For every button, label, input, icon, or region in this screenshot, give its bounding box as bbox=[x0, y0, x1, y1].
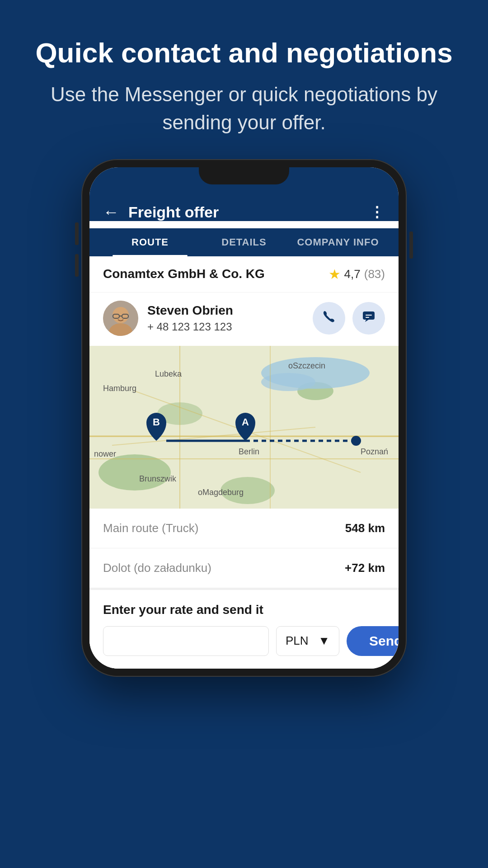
svg-text:Brunszwik: Brunszwik bbox=[139, 474, 177, 483]
phone-outer-shell: ← Freight offer ⋮ ROUTE DETAILS COMPANY … bbox=[81, 159, 407, 677]
more-options-button[interactable]: ⋮ bbox=[370, 203, 385, 221]
chat-button[interactable] bbox=[352, 302, 385, 335]
svg-point-24 bbox=[351, 436, 361, 446]
contact-actions bbox=[313, 302, 385, 335]
rate-title: Enter your rate and send it bbox=[103, 603, 385, 617]
rate-section: Enter your rate and send it PLN ▼ Send bbox=[89, 588, 399, 669]
currency-dropdown-icon: ▼ bbox=[318, 634, 330, 648]
star-icon: ★ bbox=[328, 266, 341, 282]
app-header: ← Freight offer ⋮ bbox=[89, 194, 399, 221]
tab-route[interactable]: ROUTE bbox=[103, 228, 197, 256]
svg-text:Berlin: Berlin bbox=[239, 447, 259, 456]
svg-text:nower: nower bbox=[94, 449, 116, 458]
message-icon bbox=[361, 309, 376, 327]
status-bar bbox=[89, 167, 399, 194]
back-button[interactable]: ← bbox=[103, 204, 119, 220]
rate-input[interactable] bbox=[103, 626, 269, 656]
tab-details[interactable]: DETAILS bbox=[197, 228, 291, 256]
contact-info-left: Steven Obrien + 48 123 123 123 bbox=[103, 301, 233, 336]
svg-text:Poznań: Poznań bbox=[361, 447, 388, 456]
phone-screen: ← Freight offer ⋮ ROUTE DETAILS COMPANY … bbox=[89, 167, 399, 669]
route-main-label: Main route (Truck) bbox=[103, 521, 198, 535]
company-bar: Conamtex GmbH & Co. KG ★ 4,7 (83) bbox=[89, 256, 399, 292]
svg-point-15 bbox=[261, 373, 315, 391]
content-area: Conamtex GmbH & Co. KG ★ 4,7 (83) bbox=[89, 256, 399, 669]
avatar bbox=[103, 301, 138, 336]
tab-bar: ROUTE DETAILS COMPANY INFO bbox=[89, 228, 399, 256]
svg-text:Hamburg: Hamburg bbox=[103, 384, 136, 393]
send-button[interactable]: Send bbox=[347, 626, 399, 656]
currency-select[interactable]: PLN ▼ bbox=[276, 626, 339, 656]
route-row-main: Main route (Truck) 548 km bbox=[89, 509, 399, 548]
volume-down-button bbox=[75, 254, 79, 277]
rating-count: (83) bbox=[364, 267, 385, 281]
rating: ★ 4,7 (83) bbox=[328, 266, 385, 282]
contact-phone: + 48 123 123 123 bbox=[147, 321, 233, 333]
svg-text:B: B bbox=[153, 416, 160, 428]
route-dolot-value: +72 km bbox=[345, 561, 385, 575]
rate-input-row: PLN ▼ Send bbox=[103, 626, 385, 656]
contact-bar: Steven Obrien + 48 123 123 123 bbox=[89, 292, 399, 346]
route-dolot-label: Dolot (do załadunku) bbox=[103, 561, 211, 575]
page-title: Quick contact and negotiations bbox=[27, 36, 461, 70]
volume-up-button bbox=[75, 222, 79, 245]
header-section: Quick contact and negotiations Use the M… bbox=[0, 0, 488, 159]
route-info: Main route (Truck) 548 km Dolot (do zała… bbox=[89, 509, 399, 588]
tab-company-info[interactable]: COMPANY INFO bbox=[291, 228, 385, 256]
page-subtitle: Use the Messenger or quick negotiations … bbox=[27, 80, 461, 136]
company-name: Conamtex GmbH & Co. KG bbox=[103, 267, 265, 281]
notch bbox=[199, 167, 289, 184]
route-row-dolot: Dolot (do załadunku) +72 km bbox=[89, 548, 399, 588]
call-button[interactable] bbox=[313, 302, 345, 335]
svg-text:A: A bbox=[242, 416, 249, 428]
svg-text:oMagdeburg: oMagdeburg bbox=[198, 488, 244, 497]
contact-details: Steven Obrien + 48 123 123 123 bbox=[147, 303, 233, 333]
route-main-value: 548 km bbox=[345, 521, 385, 535]
phone-mockup: ← Freight offer ⋮ ROUTE DETAILS COMPANY … bbox=[81, 159, 407, 677]
rating-value: 4,7 bbox=[344, 267, 361, 281]
power-button bbox=[409, 231, 413, 259]
screen-title: Freight offer bbox=[128, 203, 361, 221]
currency-label: PLN bbox=[286, 634, 309, 648]
phone-icon bbox=[322, 309, 336, 327]
svg-rect-8 bbox=[366, 317, 369, 318]
contact-name: Steven Obrien bbox=[147, 303, 233, 318]
svg-rect-7 bbox=[366, 315, 372, 316]
map-area: Lubeka Hamburg oSzczecin Berlin Poznań n… bbox=[89, 346, 399, 509]
svg-text:Lubeka: Lubeka bbox=[155, 369, 182, 378]
svg-text:oSzczecin: oSzczecin bbox=[288, 361, 325, 370]
svg-point-10 bbox=[99, 454, 171, 491]
